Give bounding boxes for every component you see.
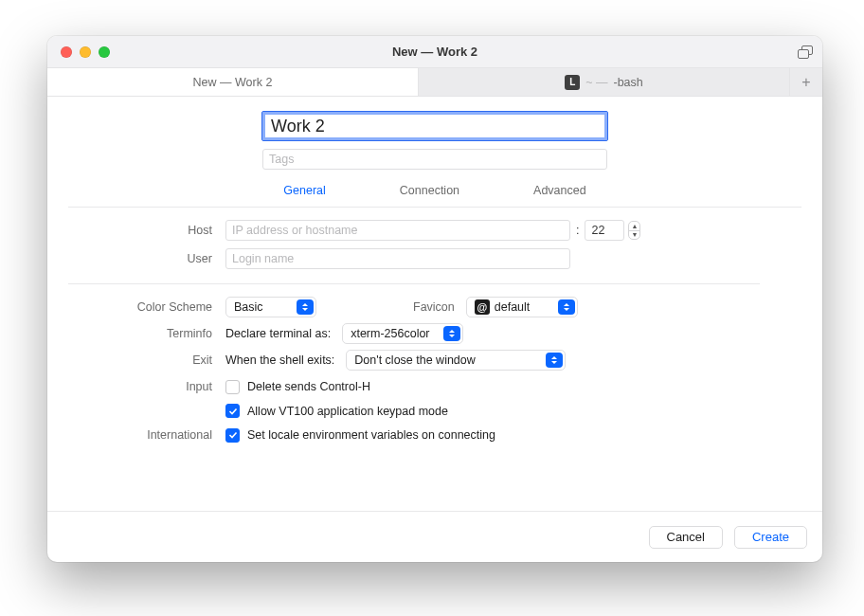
port-input[interactable] (585, 220, 624, 241)
chevron-updown-icon (546, 353, 563, 368)
tab-badge-icon: L (565, 75, 580, 90)
stepper-down-icon: ▼ (629, 231, 639, 240)
tags-input[interactable] (262, 149, 607, 170)
port-stepper: ▲ ▼ (585, 220, 640, 241)
color-scheme-select[interactable]: Basic (225, 297, 316, 317)
row-color-scheme: Color Scheme Basic Favicon @ default (68, 294, 801, 320)
row-user: User (68, 245, 801, 272)
window-title: New — Work 2 (47, 45, 822, 59)
row-input: Input Delete sends Control-H (68, 373, 801, 400)
tab-general[interactable]: General (283, 184, 325, 197)
chevron-updown-icon (297, 299, 314, 315)
input-label: Input (68, 380, 225, 393)
favicon-value: default (495, 300, 531, 314)
color-scheme-label: Color Scheme (68, 300, 225, 314)
checkbox-label: Delete sends Control-H (247, 380, 370, 393)
row-input-2: Allow VT100 application keypad mode (68, 400, 801, 422)
tab-advanced[interactable]: Advanced (533, 184, 586, 197)
tab-path-dim: ~ — (585, 76, 607, 89)
host-input[interactable] (225, 220, 570, 241)
checkbox-icon (225, 428, 240, 443)
tab-connection[interactable]: Connection (400, 184, 459, 197)
show-all-tabs-icon (798, 45, 813, 59)
form-body: Host : ▲ ▼ User Color Scheme Basic (47, 208, 822, 448)
chevron-updown-icon (443, 326, 460, 341)
international-label: International (68, 428, 225, 442)
host-label: Host (68, 224, 225, 237)
favicon-select[interactable]: @ default (466, 297, 578, 317)
tab-new-work2[interactable]: New — Work 2 (47, 68, 419, 96)
user-input[interactable] (225, 248, 570, 269)
tab-bash[interactable]: L ~ — -bash (419, 68, 790, 96)
terminfo-text: Declare terminal as: (225, 327, 331, 340)
create-button[interactable]: Create (734, 526, 807, 549)
chevron-updown-icon (558, 299, 575, 315)
exit-label: Exit (68, 353, 225, 367)
profile-name-input[interactable] (262, 112, 607, 140)
exit-select[interactable]: Don't close the window (346, 350, 566, 371)
checkbox-icon (225, 404, 240, 418)
checkbox-label: Allow VT100 application keypad mode (247, 405, 448, 418)
exit-text: When the shell exits: (225, 353, 334, 367)
section-tabs: General Connection Advanced (47, 178, 822, 207)
dialog-footer: Cancel Create (47, 511, 822, 562)
checkbox-icon (225, 380, 240, 394)
header-form: General Connection Advanced (47, 97, 822, 207)
tab-label: New — Work 2 (193, 76, 273, 89)
new-tab-button[interactable]: + (790, 68, 822, 96)
tab-label: -bash (614, 76, 643, 89)
titlebar: New — Work 2 (47, 36, 822, 68)
terminfo-select[interactable]: xterm-256color (342, 323, 463, 344)
host-port-colon: : (570, 224, 585, 237)
plus-icon: + (801, 74, 810, 91)
row-international: International Set locale environment var… (68, 422, 801, 448)
terminfo-label: Terminfo (68, 327, 225, 340)
user-label: User (68, 252, 225, 265)
show-all-tabs-button[interactable] (798, 36, 813, 67)
row-terminfo: Terminfo Declare terminal as: xterm-256c… (68, 320, 801, 347)
row-exit: Exit When the shell exits: Don't close t… (68, 347, 801, 373)
checkbox-vt100-keypad[interactable]: Allow VT100 application keypad mode (225, 400, 448, 422)
checkbox-label: Set locale environment variables on conn… (247, 428, 495, 442)
stepper-up-icon: ▲ (629, 222, 639, 231)
cancel-button[interactable]: Cancel (649, 526, 723, 549)
port-stepper-buttons[interactable]: ▲ ▼ (628, 221, 640, 240)
tab-bar: New — Work 2 L ~ — -bash + (47, 68, 822, 97)
favicon-label: Favicon (413, 300, 455, 314)
favicon-at-icon: @ (475, 299, 490, 315)
terminfo-value: xterm-256color (351, 327, 429, 340)
color-scheme-value: Basic (234, 300, 263, 314)
exit-value: Don't close the window (354, 353, 475, 367)
checkbox-delete-control-h[interactable]: Delete sends Control-H (225, 376, 370, 398)
row-host: Host : ▲ ▼ (68, 217, 801, 244)
new-connection-window: New — Work 2 New — Work 2 L ~ — -bash + … (47, 36, 822, 562)
checkbox-set-locale[interactable]: Set locale environment variables on conn… (225, 425, 495, 446)
